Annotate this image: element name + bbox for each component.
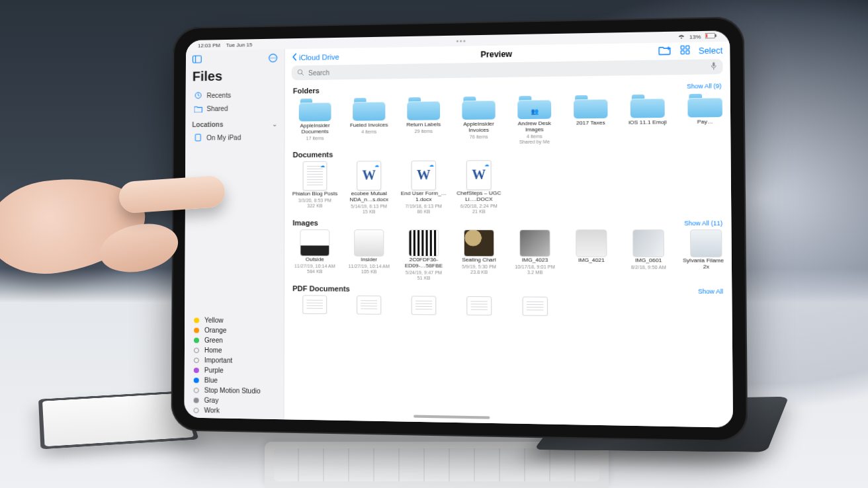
item-name: Andrew Desk Images bbox=[510, 121, 559, 134]
sidebar-tag[interactable]: Yellow bbox=[191, 315, 277, 325]
scene-photo: 12:03 PM Tue Jun 15 13% bbox=[0, 0, 868, 488]
image-item[interactable]: Seating Chart5/9/19, 5:30 PM23.8 KB bbox=[455, 229, 503, 281]
image-item[interactable]: Sylvania Filame…2x bbox=[681, 229, 724, 282]
svg-rect-1 bbox=[706, 34, 707, 38]
pdf-doc-icon bbox=[357, 296, 381, 315]
pdf-item[interactable] bbox=[455, 296, 503, 315]
item-meta2: 105 KB bbox=[361, 270, 377, 275]
sidebar-item-label: On My iPad bbox=[206, 134, 241, 141]
sidebar-toggle-icon[interactable] bbox=[193, 56, 202, 65]
document-item[interactable]: ☁︎Phiaton Blog Posts3/3/20, 8:53 PM322 K… bbox=[291, 161, 338, 215]
image-item[interactable]: IMG_06018/2/18, 9:50 AM bbox=[623, 229, 673, 282]
sidebar-title: Files bbox=[193, 68, 278, 85]
battery-icon bbox=[705, 33, 717, 40]
folders-section-title: Folders bbox=[293, 87, 320, 95]
new-folder-icon[interactable] bbox=[658, 46, 672, 58]
image-thumbnail bbox=[354, 229, 384, 257]
item-meta: 17 items bbox=[306, 136, 324, 141]
status-date: Tue Jun 15 bbox=[226, 42, 253, 48]
tag-dot-icon bbox=[194, 368, 199, 373]
sidebar-tag[interactable]: Home bbox=[191, 345, 277, 356]
item-meta: 29 items bbox=[414, 129, 432, 134]
documents-section-title: Documents bbox=[293, 150, 333, 159]
tag-label: Green bbox=[204, 337, 223, 344]
sidebar-item-on-my-ipad[interactable]: On My iPad bbox=[192, 131, 277, 143]
pdf-item[interactable] bbox=[291, 295, 338, 314]
image-item[interactable]: Insider11/27/19, 10:14 AM105 KB bbox=[345, 229, 393, 281]
image-thumbnail bbox=[632, 229, 664, 257]
image-item[interactable]: Outside11/27/19, 10:14 AM584 KB bbox=[291, 229, 338, 280]
word-doc-icon: W☁︎ bbox=[466, 160, 492, 190]
back-button[interactable]: iCloud Drive bbox=[292, 52, 339, 62]
sidebar-item-shared[interactable]: Shared bbox=[193, 102, 278, 114]
sidebar-tag[interactable]: Work bbox=[191, 405, 277, 416]
search-input[interactable] bbox=[308, 63, 706, 76]
folder-icon bbox=[299, 99, 331, 122]
folder-item[interactable]: AppleInsider Invoices76 items bbox=[455, 95, 503, 145]
image-item[interactable]: IMG_402310/17/18, 9:01 PM3.2 MB bbox=[510, 229, 560, 282]
tag-label: Yellow bbox=[204, 317, 224, 324]
sidebar-toolbar bbox=[193, 54, 278, 65]
pdfs-section: PDF Documents Show All bbox=[291, 284, 725, 317]
icloud-status-icon: ☁︎ bbox=[374, 163, 379, 168]
status-time-date: 12:03 PM Tue Jun 15 bbox=[198, 42, 252, 48]
sidebar-tag[interactable]: Important bbox=[191, 355, 277, 366]
battery-percent: 13% bbox=[689, 34, 701, 40]
document-item[interactable]: W☁︎ecobee Mutual NDA_n…s.docx5/14/19, 6:… bbox=[345, 161, 393, 215]
pdfs-show-all[interactable]: Show All bbox=[698, 288, 723, 295]
icloud-status-icon: ☁︎ bbox=[320, 163, 325, 169]
image-item[interactable]: 2C0FDF36-ED09-…58FBE5/24/19, 9:47 PM51 K… bbox=[400, 229, 448, 281]
tag-label: Purple bbox=[204, 366, 224, 374]
sidebar-item-label: Recents bbox=[206, 91, 231, 99]
folder-item[interactable]: Return Labels29 items bbox=[400, 96, 448, 146]
image-thumbnail bbox=[576, 229, 607, 257]
status-time: 12:03 PM bbox=[198, 42, 220, 49]
folder-icon bbox=[574, 95, 607, 119]
folders-show-all[interactable]: Show All (9) bbox=[687, 83, 721, 90]
svg-point-8 bbox=[275, 58, 276, 59]
pdf-item[interactable] bbox=[345, 296, 393, 315]
folder-item[interactable]: Fueled Invoices4 items bbox=[345, 97, 393, 147]
folder-item[interactable]: AppleInsider Documents17 items bbox=[292, 97, 339, 147]
tag-dot-icon bbox=[194, 337, 199, 343]
status-right: 13% bbox=[677, 33, 716, 40]
tag-dot-icon bbox=[194, 317, 199, 323]
view-grid-icon[interactable] bbox=[679, 45, 689, 57]
folder-item[interactable]: iOS 11.1 Emoji bbox=[623, 93, 673, 144]
svg-point-7 bbox=[273, 58, 274, 59]
sidebar-tag[interactable]: Orange bbox=[191, 325, 277, 336]
select-button[interactable]: Select bbox=[699, 46, 723, 56]
folder-item[interactable]: Pay… bbox=[679, 92, 723, 143]
sidebar: Files Recents Shared Loca bbox=[185, 49, 285, 419]
item-meta: 4 items bbox=[361, 129, 376, 134]
item-meta: 11/27/19, 10:14 AM bbox=[294, 263, 335, 268]
document-item[interactable]: W☁︎ChefSteps – UGC Li….DOCX6/20/18, 2:24… bbox=[455, 160, 503, 214]
folder-icon bbox=[630, 95, 665, 118]
icloud-status-icon: ☁︎ bbox=[429, 163, 434, 168]
item-name: 2C0FDF36-ED09-…58FBE bbox=[400, 257, 448, 269]
item-meta: 5/14/19, 6:13 PM bbox=[351, 204, 387, 209]
image-thumbnail bbox=[464, 229, 494, 257]
pdf-item[interactable] bbox=[400, 296, 448, 315]
document-item[interactable]: W☁︎End User Form_…1.docx7/19/18, 6:13 PM… bbox=[400, 161, 448, 215]
svg-rect-17 bbox=[713, 62, 715, 66]
ellipsis-circle-icon[interactable] bbox=[269, 54, 278, 64]
item-meta2: 15 KB bbox=[363, 210, 376, 215]
mic-icon[interactable] bbox=[711, 61, 717, 71]
search-bar[interactable] bbox=[292, 59, 723, 80]
sidebar-item-label: Shared bbox=[206, 104, 228, 112]
documents-section: Documents ☁︎Phiaton Blog Posts3/3/20, 8:… bbox=[291, 147, 724, 215]
pdf-item[interactable] bbox=[511, 296, 560, 316]
tag-label: Work bbox=[204, 407, 220, 415]
folder-item[interactable]: 👥Andrew Desk Images4 itemsShared by Me bbox=[510, 94, 559, 145]
images-show-all[interactable]: Show All (11) bbox=[684, 220, 722, 227]
pdf-doc-icon bbox=[302, 295, 327, 314]
sidebar-tag[interactable]: Green bbox=[191, 335, 277, 346]
sidebar-item-recents[interactable]: Recents bbox=[193, 89, 278, 102]
image-item[interactable]: IMG_4021 bbox=[566, 229, 616, 282]
pdf-doc-icon bbox=[412, 296, 437, 315]
content-area[interactable]: Folders Show All (9) AppleInsider Docume… bbox=[284, 78, 733, 427]
folder-item[interactable]: 2017 Taxes bbox=[566, 93, 615, 144]
sidebar-section-locations[interactable]: Locations ⌄ bbox=[192, 120, 277, 128]
folder-icon bbox=[353, 98, 385, 121]
